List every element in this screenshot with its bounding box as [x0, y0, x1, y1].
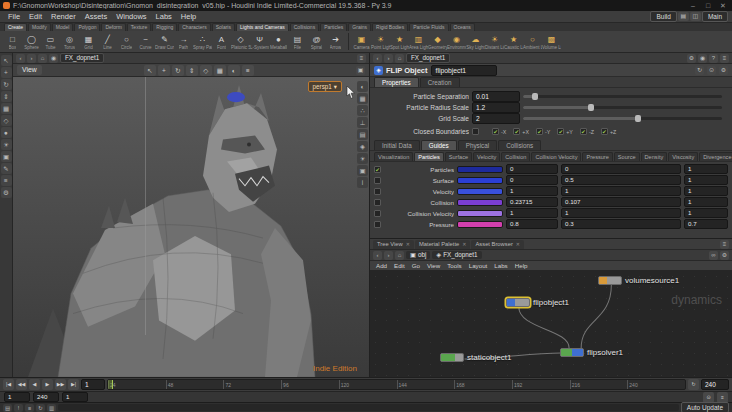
guide-value-field[interactable]: 0.5	[561, 175, 681, 185]
transport-button[interactable]: ▶|	[68, 379, 79, 390]
guide-value-field[interactable]: 1	[561, 208, 681, 218]
pin-icon[interactable]: ◉	[698, 54, 707, 63]
node-name-field[interactable]: flipobject1	[431, 65, 497, 76]
axis-checkbox[interactable]: ✔	[492, 128, 499, 135]
scene-path-crumb[interactable]: FX_dopnet1	[60, 53, 104, 63]
node-body[interactable]	[440, 353, 464, 362]
shelf-tab[interactable]: Particles	[320, 23, 347, 31]
home-icon[interactable]: ⌂	[395, 251, 404, 260]
guide-tab[interactable]: Viscosity	[668, 152, 698, 161]
close-tab-icon[interactable]: ✕	[462, 240, 466, 249]
menu-item[interactable]: Labs	[152, 12, 176, 21]
guide-enable-checkbox[interactable]	[374, 199, 381, 206]
left-toolbar-icon[interactable]: ⚙	[1, 187, 12, 198]
viewport-tool-icon[interactable]: ↻	[172, 65, 184, 76]
range-end-field[interactable]: 240	[33, 392, 59, 402]
pin-icon[interactable]: ◉	[49, 54, 58, 63]
shelf-tool[interactable]: ◯ Sphere	[22, 34, 41, 50]
axis-checkbox[interactable]: ✔	[557, 128, 564, 135]
left-toolbar-icon[interactable]: ↖	[1, 55, 12, 66]
display-option-icon[interactable]: ☀	[357, 153, 368, 164]
node-staticobject[interactable]: staticobject1	[440, 353, 511, 362]
parameter-value-field[interactable]: 2	[472, 113, 520, 124]
boundary-axis-toggle[interactable]: ✔ -Y	[536, 128, 550, 135]
shelf-tool[interactable]: ▣ Camera	[352, 34, 371, 50]
guide-value-field[interactable]: 0.7	[684, 219, 728, 229]
close-tab-icon[interactable]: ✕	[516, 240, 520, 249]
pane-menu-icon[interactable]: ≡	[357, 54, 366, 63]
shelf-tool[interactable]: ◎ Torus	[60, 34, 79, 50]
shelf-tool[interactable]: ★ Spot Light	[390, 34, 409, 50]
guide-tab[interactable]: Pressure	[582, 152, 612, 161]
shelf-tool[interactable]: ▥ Area Light	[409, 34, 428, 50]
display-option-icon[interactable]: ◈	[357, 141, 368, 152]
forward-icon[interactable]: ›	[27, 54, 36, 63]
shelf-tab[interactable]: Solaris	[212, 23, 235, 31]
gear-icon[interactable]: ⚙	[719, 66, 728, 75]
end-frame-field[interactable]: 240	[701, 379, 729, 390]
back-icon[interactable]: ‹	[373, 251, 382, 260]
guide-value-field[interactable]: 0.3	[561, 219, 681, 229]
parameter-tab[interactable]: Creation	[420, 77, 460, 87]
boundary-axis-toggle[interactable]: ✔ -X	[492, 128, 506, 135]
breadcrumb-segment[interactable]: ▣ obj	[406, 251, 430, 259]
guide-value-field[interactable]: 1	[684, 197, 728, 207]
color-swatch[interactable]	[457, 166, 503, 173]
display-option-icon[interactable]: ◐	[357, 81, 368, 92]
section-tab[interactable]: Collisions	[498, 140, 541, 150]
shelf-tool[interactable]: ○ Ambient Light	[523, 34, 542, 50]
lock-icon[interactable]: ⊙	[707, 66, 716, 75]
boundary-axis-toggle[interactable]: ✔ +Z	[601, 128, 616, 135]
guide-value-field[interactable]: 0	[561, 164, 681, 174]
shelf-tool[interactable]: ◇ Platonic Solids	[231, 34, 250, 50]
shelf-tab[interactable]: Grains	[348, 23, 371, 31]
status-icon[interactable]: ▤	[3, 404, 12, 412]
left-toolbar-icon[interactable]: ◇	[1, 115, 12, 126]
network-menu-item[interactable]: Add	[376, 262, 387, 269]
axis-checkbox[interactable]: ✔	[536, 128, 543, 135]
guide-value-field[interactable]: 1	[684, 164, 728, 174]
shelf-tool[interactable]: ◆ Geometry Light	[428, 34, 447, 50]
network-menu-item[interactable]: Tools	[447, 262, 461, 269]
shelf-tool[interactable]: ~ Curve	[136, 34, 155, 50]
help-icon[interactable]: ?	[709, 54, 718, 63]
node-body[interactable]	[506, 298, 530, 307]
left-toolbar-icon[interactable]: ▦	[1, 103, 12, 114]
parameter-value-field[interactable]: 1.2	[472, 102, 520, 113]
guide-value-field[interactable]: 0.23715	[506, 197, 558, 207]
shelf-tool[interactable]: Ψ L-System	[250, 34, 269, 50]
loop-icon[interactable]: ↻	[688, 379, 699, 390]
playback-options-icon[interactable]: ≡	[717, 392, 728, 403]
guide-tab[interactable]: Visualization	[374, 152, 413, 161]
boundary-axis-toggle[interactable]: ✔ +Y	[557, 128, 573, 135]
guide-enable-checkbox[interactable]: ✔	[374, 166, 381, 173]
display-option-icon[interactable]: i	[357, 177, 368, 188]
menu-item[interactable]: Help	[177, 12, 200, 21]
guide-value-field[interactable]: 0	[506, 164, 558, 174]
shelf-tool[interactable]: @ Spiral	[307, 34, 326, 50]
menu-item[interactable]: Windows	[112, 12, 150, 21]
left-toolbar-icon[interactable]: ⇕	[1, 91, 12, 102]
playhead[interactable]	[108, 380, 113, 389]
shelf-tab[interactable]: Modify	[28, 23, 51, 31]
parameter-path-crumb[interactable]: FX_dopnet1	[406, 53, 450, 63]
shelf-tab[interactable]: Model	[52, 23, 74, 31]
boundary-axis-toggle[interactable]: ✔ -Z	[580, 128, 594, 135]
shelf-tab[interactable]: Rigging	[152, 23, 177, 31]
node-flipsolver[interactable]: flipsolver1	[560, 348, 623, 357]
status-icon[interactable]: ≡	[25, 404, 34, 412]
shelf-tool[interactable]: ☀ Point Light	[371, 34, 390, 50]
forward-icon[interactable]: ›	[384, 251, 393, 260]
guide-value-field[interactable]: 1	[506, 186, 558, 196]
link-icon[interactable]: ∞	[709, 251, 718, 260]
status-icon[interactable]: !	[14, 404, 23, 412]
pane-menu-icon[interactable]: ≡	[720, 240, 729, 249]
status-icon[interactable]: ↻	[36, 404, 45, 412]
panes-icon[interactable]: ▤	[678, 12, 689, 21]
network-menu-item[interactable]: Layout	[469, 262, 488, 269]
home-icon[interactable]: ⌂	[38, 54, 47, 63]
viewport-tool-icon[interactable]: ⇕	[186, 65, 198, 76]
range-start-field[interactable]: 1	[4, 392, 30, 402]
guide-tab[interactable]: Divergence	[699, 152, 732, 161]
menu-item[interactable]: Render	[47, 12, 80, 21]
